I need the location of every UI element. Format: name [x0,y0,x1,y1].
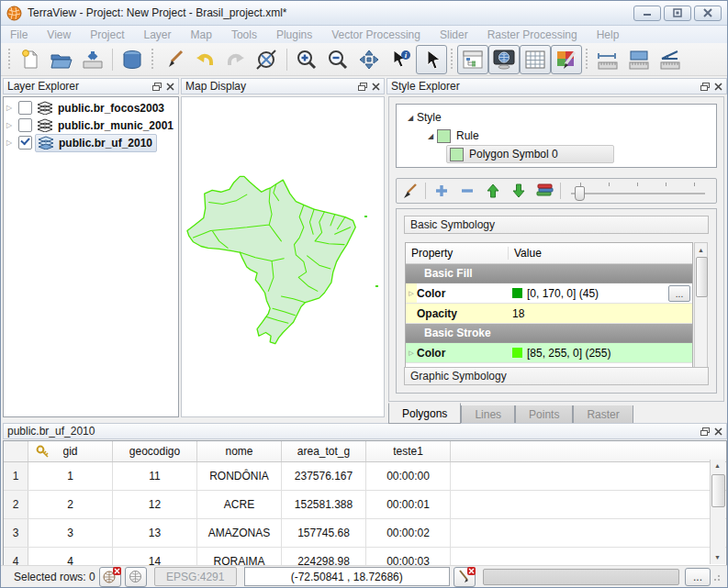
menu-tools[interactable]: Tools [231,28,257,41]
menu-map[interactable]: Map [191,28,212,41]
data-table-toggle[interactable] [520,45,551,74]
tab-points[interactable]: Points [515,405,573,424]
col-area-tot-g[interactable]: area_tot_g [282,441,366,461]
move-up-button[interactable] [480,181,506,201]
srs-disabled-button[interactable] [99,567,121,587]
layer-item-selected[interactable]: ▷ public.br_uf_2010 [4,134,178,151]
symbol-library-button[interactable] [532,181,557,201]
collapse-icon[interactable]: ◢ [406,114,415,122]
row-header[interactable]: 1 [4,462,28,490]
cell-nome[interactable]: RORAIMA [197,548,282,566]
stop-edit-button[interactable] [454,567,476,587]
row-header[interactable]: 2 [4,491,28,518]
toolbar-handle[interactable] [585,49,589,71]
expand-icon[interactable]: ▷ [406,343,417,362]
table-row[interactable]: 2 2 12 ACRE 152581.388 00:00:01 [4,491,726,519]
zoom-in-button[interactable] [291,45,322,74]
srs-globe-button[interactable] [125,567,147,587]
menu-plugins[interactable]: Plugins [276,28,312,41]
attribute-table-header[interactable]: public.br_uf_2010 [3,423,727,439]
col-teste1[interactable]: teste1 [366,441,451,461]
close-button[interactable] [694,6,722,21]
close-panel-icon[interactable] [714,427,722,436]
style-explorer-toggle[interactable] [551,45,582,74]
row-header[interactable]: 3 [4,519,28,547]
resize-grip[interactable] [713,572,722,581]
cell-teste1[interactable]: 00:00:02 [366,519,451,547]
status-more-button[interactable]: ... [685,568,711,586]
menu-slider[interactable]: Slider [440,28,468,41]
layer-explorer-toggle[interactable] [457,45,488,74]
toolbar-handle[interactable] [450,49,454,71]
measure-distance-button[interactable] [592,45,623,74]
property-table-scrollbar[interactable]: ▲ ▼ [694,242,708,377]
expand-icon[interactable]: ▷ [6,139,16,148]
tree-item-rule[interactable]: ◢ Rule [397,127,716,145]
epsg-button[interactable]: EPSG:4291 [154,567,237,586]
measure-area-button[interactable] [623,45,655,74]
layer-checkbox-checked[interactable] [18,136,32,150]
pan-button[interactable] [353,45,385,74]
tab-lines[interactable]: Lines [461,405,515,424]
table-row[interactable]: 1 1 11 RONDÔNIA 237576.167 00:00:00 [4,462,726,491]
cell-teste1[interactable]: 00:00:03 [366,548,451,566]
table-row[interactable]: 4 4 14 RORAIMA 224298.98 00:00:03 [4,548,726,566]
cell-teste1[interactable]: 00:00:00 [366,462,451,490]
cell-geocodigo[interactable]: 11 [113,462,197,490]
close-panel-icon[interactable] [166,83,174,91]
minimize-button[interactable] [633,6,661,21]
scroll-up-icon[interactable]: ▲ [711,460,723,472]
collapse-icon[interactable]: ◢ [426,132,435,140]
layer-checkbox[interactable] [18,101,32,115]
table-row[interactable]: 3 3 13 AMAZONAS 157745.68 00:00:02 [4,519,726,548]
save-project-button[interactable] [77,45,108,74]
cell-gid[interactable]: 4 [28,548,113,566]
cell-gid[interactable]: 3 [28,519,113,547]
remove-symbol-button[interactable] [454,181,480,201]
cell-geocodigo[interactable]: 12 [113,491,197,518]
cell-geocodigo[interactable]: 14 [113,548,197,566]
row-header[interactable]: 4 [4,548,28,566]
slider-handle[interactable] [575,186,585,201]
scroll-up-icon[interactable]: ▲ [696,244,706,256]
col-gid[interactable]: gid [28,441,113,461]
close-panel-icon[interactable] [372,83,380,91]
tree-item-style[interactable]: ◢ Style [397,108,716,127]
scroll-down-icon[interactable]: ▼ [711,551,723,564]
menu-layer[interactable]: Layer [144,28,172,41]
float-panel-icon[interactable] [700,427,710,436]
edit-symbol-button[interactable] [397,181,422,201]
style-explorer-header[interactable]: Style Explorer [386,78,727,94]
menu-raster-processing[interactable]: Raster Processing [487,28,577,41]
menu-project[interactable]: Project [90,28,124,41]
layer-explorer-header[interactable]: Layer Explorer [3,78,179,94]
cell-area[interactable]: 224298.98 [282,548,366,566]
cell-geocodigo[interactable]: 13 [113,519,197,547]
opacity-row[interactable]: Opacity 18 [406,304,692,324]
move-down-button[interactable] [506,181,532,201]
map-display-toggle[interactable] [488,45,520,74]
undo-button[interactable] [189,45,220,74]
cell-area[interactable]: 157745.68 [282,519,366,547]
stroke-color-row[interactable]: ▷ Color [85, 255, 0] (255) [406,343,692,363]
scrollbar-thumb[interactable] [711,474,725,507]
basic-symbology-header[interactable]: Basic Symbology [404,216,709,234]
measure-angle-button[interactable] [655,45,686,74]
tree-item-polygon-symbol[interactable]: Polygon Symbol 0 [397,145,716,163]
scrollbar-thumb[interactable] [696,257,708,297]
draw-button[interactable] [158,45,189,74]
redo-button[interactable] [220,45,252,74]
new-project-button[interactable] [15,45,46,74]
layer-checkbox[interactable] [18,118,32,132]
menu-help[interactable]: Help [597,28,620,41]
layer-item[interactable]: ▷ public.br_focos2003 [4,99,178,116]
float-panel-icon[interactable] [358,83,367,91]
float-panel-icon[interactable] [700,83,710,91]
toolbar-handle[interactable] [7,49,12,71]
add-symbol-button[interactable] [429,181,454,201]
zoom-extent-button[interactable] [252,45,283,74]
map-display-header[interactable]: Map Display [181,78,385,94]
col-nome[interactable]: nome [197,441,282,461]
cell-gid[interactable]: 2 [28,491,113,518]
fill-color-row[interactable]: ▷ Color [0, 170, 0] (45) ... [406,283,692,304]
